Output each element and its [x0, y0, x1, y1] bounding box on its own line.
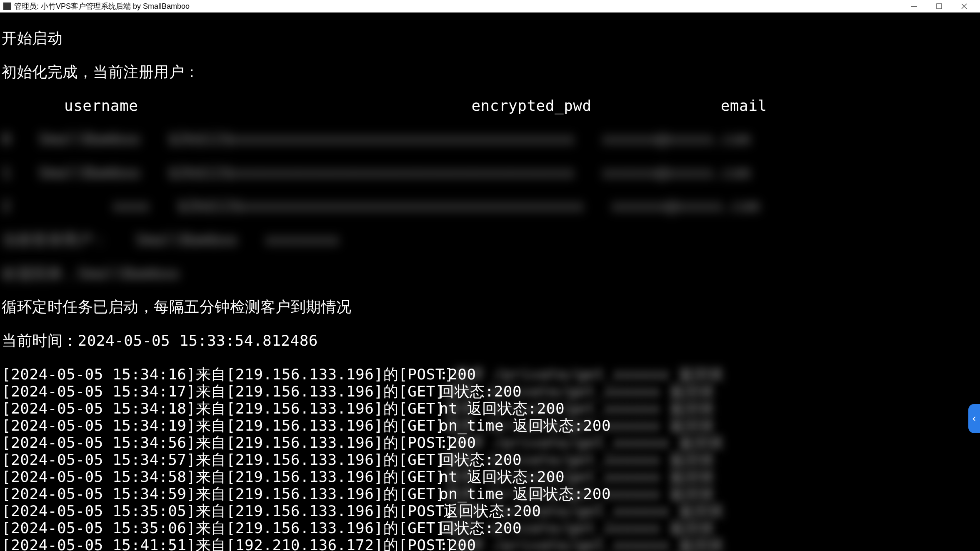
log-line: [2024-05-05 15:34:17]来自[219.156.133.196]…: [2, 383, 978, 400]
blurred-segment: 请求 /private/get_xxxxxx 返回状: [454, 537, 724, 551]
blurred-segment: 请求 /private/get_xxxxxx 返回状: [454, 434, 724, 451]
app-icon: [3, 2, 11, 10]
side-panel-handle[interactable]: ‹: [968, 404, 980, 433]
window-title: 管理员: 小竹VPS客户管理系统后端 by SmallBamboo: [14, 1, 190, 11]
log-line: [2024-05-05 15:35:05]来自[219.156.133.196]…: [2, 503, 978, 520]
log-line: [2024-05-05 15:34:19]来自[219.156.133.196]…: [2, 417, 978, 434]
log-line: [2024-05-05 15:34:18]来自[219.156.133.196]…: [2, 400, 978, 417]
log-line: [2024-05-05 15:34:58]来自[219.156.133.196]…: [2, 469, 978, 486]
table-header: usernameencrypted_pwdemail: [2, 97, 978, 114]
log-line: [2024-05-05 15:41:51]来自[192.210.136.172]…: [2, 537, 978, 551]
console-line: 初始化完成，当前注册用户：: [2, 64, 978, 80]
svg-rect-1: [937, 4, 942, 9]
blurred-row: 当前登录用户： SmallBamboo xxxxxxxx: [2, 232, 978, 248]
svg-rect-0: [911, 6, 917, 7]
window-titlebar[interactable]: 管理员: 小竹VPS客户管理系统后端 by SmallBamboo: [0, 0, 980, 12]
blurred-row: 2 xxxx $2b$12$xxxxxxxxxxxxxxxxxxxxxxxxxx…: [2, 198, 978, 214]
blurred-row: 0 SmallBamboo $2b$12$xxxxxxxxxxxxxxxxxxx…: [2, 131, 978, 147]
blurred-row: 欢迎回来，SmallBamboo: [2, 265, 978, 282]
maximize-button[interactable]: [927, 0, 952, 12]
console-output[interactable]: 开始启动 初始化完成，当前注册用户： usernameencrypted_pwd…: [0, 12, 980, 551]
blurred-row: 1 SmallBamboo $2b$12$xxxxxxxxxxxxxxxxxxx…: [2, 165, 978, 181]
log-line: [2024-05-05 15:34:56]来自[219.156.133.196]…: [2, 434, 978, 451]
log-line: [2024-05-05 15:35:06]来自[219.156.133.196]…: [2, 520, 978, 537]
console-line: 开始启动: [2, 30, 978, 47]
blurred-segment: 请求 /private/get_xxxxxx 返回状: [454, 366, 724, 383]
log-line: [2024-05-05 15:34:16]来自[219.156.133.196]…: [2, 366, 978, 383]
console-line: 当前时间：2024-05-05 15:33:54.812486: [2, 332, 978, 349]
log-line: [2024-05-05 15:34:57]来自[219.156.133.196]…: [2, 451, 978, 469]
minimize-button[interactable]: [902, 0, 927, 12]
log-line: [2024-05-05 15:34:59]来自[219.156.133.196]…: [2, 486, 978, 503]
console-line: 循环定时任务已启动，每隔五分钟检测客户到期情况: [2, 299, 978, 315]
close-button[interactable]: [952, 0, 977, 12]
